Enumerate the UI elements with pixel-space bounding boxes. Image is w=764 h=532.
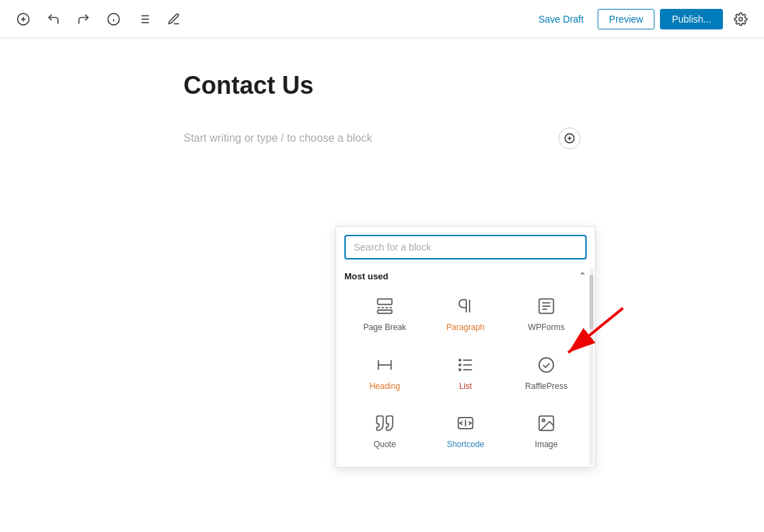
search-wrap xyxy=(336,227,595,265)
block-item-wpforms[interactable]: WPForms xyxy=(506,286,587,342)
svg-point-12 xyxy=(739,17,743,21)
list-view-button[interactable] xyxy=(131,7,156,31)
rafflepress-icon xyxy=(534,353,559,377)
quote-icon xyxy=(372,411,397,435)
publish-button[interactable]: Publish... xyxy=(660,9,723,29)
svg-rect-18 xyxy=(378,310,392,314)
list-icon xyxy=(453,353,478,377)
redo-button[interactable] xyxy=(71,7,96,31)
block-item-heading[interactable]: Heading xyxy=(344,344,425,401)
svg-point-33 xyxy=(459,368,461,370)
block-picker-section: Most used ⌃ Page Break xyxy=(336,265,595,467)
block-item-rafflepress[interactable]: RafflePress xyxy=(506,344,587,401)
block-item-shortcode[interactable]: Shortcode xyxy=(425,403,506,459)
save-draft-button[interactable]: Save Draft xyxy=(530,10,591,29)
add-block-toolbar-button[interactable] xyxy=(11,7,36,31)
editor-area: Contact Us Start writing or type / to ch… xyxy=(0,38,764,182)
undo-button[interactable] xyxy=(41,7,66,31)
toolbar-left xyxy=(11,7,186,31)
block-item-page-break[interactable]: Page Break xyxy=(344,286,425,342)
svg-point-38 xyxy=(542,419,545,422)
block-placeholder-row: Start writing or type / to choose a bloc… xyxy=(183,127,581,149)
info-button[interactable] xyxy=(101,7,126,31)
paragraph-icon xyxy=(453,294,478,318)
toolbar-right: Save Draft Preview Publish... xyxy=(530,7,753,31)
block-item-list[interactable]: List xyxy=(425,344,506,401)
add-block-inline-button[interactable] xyxy=(559,127,581,149)
block-label-quote: Quote xyxy=(374,440,396,451)
tools-button[interactable] xyxy=(162,7,186,31)
image-icon xyxy=(534,411,559,435)
block-search-input[interactable] xyxy=(344,235,587,259)
section-header-most-used: Most used ⌃ xyxy=(344,265,587,286)
block-label-rafflepress: RafflePress xyxy=(525,381,568,392)
page-break-icon xyxy=(372,294,397,318)
scrollbar-thumb[interactable] xyxy=(589,275,594,329)
block-placeholder-text: Start writing or type / to choose a bloc… xyxy=(183,132,372,144)
block-label-list: List xyxy=(459,381,472,392)
svg-point-31 xyxy=(459,359,461,360)
settings-button[interactable] xyxy=(728,7,753,31)
page-title: Contact Us xyxy=(183,71,581,100)
block-label-heading: Heading xyxy=(370,381,400,392)
heading-icon xyxy=(372,353,397,377)
preview-button[interactable]: Preview xyxy=(598,9,655,29)
block-item-paragraph[interactable]: Paragraph xyxy=(425,286,506,342)
block-label-wpforms: WPForms xyxy=(528,322,564,333)
svg-rect-16 xyxy=(378,299,392,305)
block-label-page-break: Page Break xyxy=(364,322,407,333)
block-item-quote[interactable]: Quote xyxy=(344,403,425,459)
block-label-image: Image xyxy=(535,440,557,451)
block-label-paragraph: Paragraph xyxy=(446,322,485,333)
wpforms-icon xyxy=(534,294,559,318)
shortcode-icon xyxy=(453,411,478,435)
section-title-most-used: Most used xyxy=(344,271,388,281)
svg-point-32 xyxy=(459,364,461,365)
block-label-shortcode: Shortcode xyxy=(447,440,485,451)
block-picker-popup: Most used ⌃ Page Break xyxy=(335,226,596,468)
toolbar: Save Draft Preview Publish... xyxy=(0,0,764,38)
svg-point-34 xyxy=(539,357,554,372)
scrollbar-track[interactable] xyxy=(589,268,594,466)
block-item-image[interactable]: Image xyxy=(506,403,587,459)
block-grid: Page Break Paragraph xyxy=(344,286,587,467)
section-collapse-button[interactable]: ⌃ xyxy=(578,270,587,281)
